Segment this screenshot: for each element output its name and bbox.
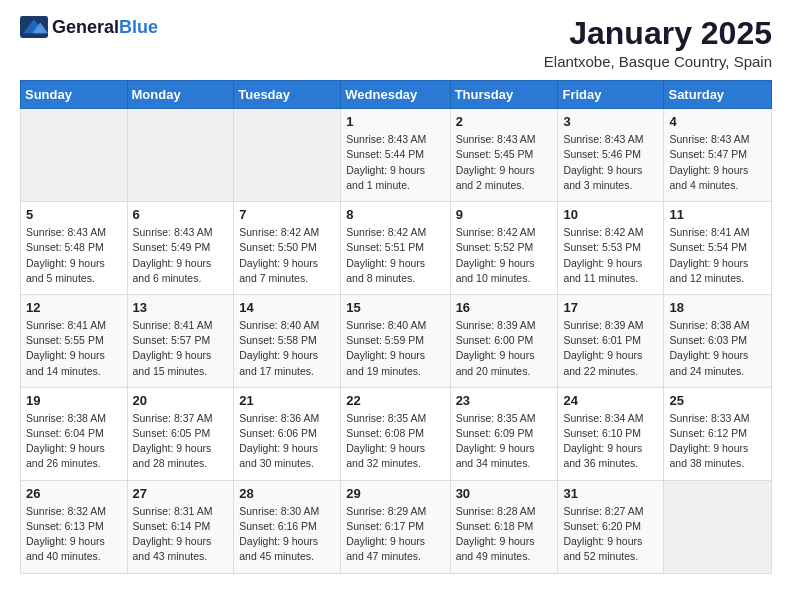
day-info: Sunrise: 8:28 AMSunset: 6:18 PMDaylight:… (456, 504, 553, 565)
calendar-cell: 26Sunrise: 8:32 AMSunset: 6:13 PMDayligh… (21, 480, 128, 573)
day-number: 25 (669, 393, 766, 408)
day-info: Sunrise: 8:42 AMSunset: 5:53 PMDaylight:… (563, 225, 658, 286)
day-info: Sunrise: 8:43 AMSunset: 5:45 PMDaylight:… (456, 132, 553, 193)
calendar-week-3: 12Sunrise: 8:41 AMSunset: 5:55 PMDayligh… (21, 294, 772, 387)
day-info: Sunrise: 8:43 AMSunset: 5:47 PMDaylight:… (669, 132, 766, 193)
calendar-cell: 10Sunrise: 8:42 AMSunset: 5:53 PMDayligh… (558, 202, 664, 295)
month-title: January 2025 (544, 16, 772, 51)
day-number: 3 (563, 114, 658, 129)
day-info: Sunrise: 8:41 AMSunset: 5:55 PMDaylight:… (26, 318, 122, 379)
calendar-cell: 1Sunrise: 8:43 AMSunset: 5:44 PMDaylight… (341, 109, 450, 202)
calendar-cell: 28Sunrise: 8:30 AMSunset: 6:16 PMDayligh… (234, 480, 341, 573)
calendar-cell (21, 109, 128, 202)
calendar-table: SundayMondayTuesdayWednesdayThursdayFrid… (20, 80, 772, 573)
day-info: Sunrise: 8:43 AMSunset: 5:49 PMDaylight:… (133, 225, 229, 286)
day-info: Sunrise: 8:43 AMSunset: 5:46 PMDaylight:… (563, 132, 658, 193)
day-info: Sunrise: 8:40 AMSunset: 5:59 PMDaylight:… (346, 318, 444, 379)
page: GeneralBlue January 2025 Elantxobe, Basq… (0, 0, 792, 594)
calendar-cell: 8Sunrise: 8:42 AMSunset: 5:51 PMDaylight… (341, 202, 450, 295)
day-info: Sunrise: 8:35 AMSunset: 6:09 PMDaylight:… (456, 411, 553, 472)
calendar-cell: 9Sunrise: 8:42 AMSunset: 5:52 PMDaylight… (450, 202, 558, 295)
day-info: Sunrise: 8:33 AMSunset: 6:12 PMDaylight:… (669, 411, 766, 472)
day-number: 8 (346, 207, 444, 222)
day-number: 1 (346, 114, 444, 129)
calendar-week-5: 26Sunrise: 8:32 AMSunset: 6:13 PMDayligh… (21, 480, 772, 573)
day-info: Sunrise: 8:35 AMSunset: 6:08 PMDaylight:… (346, 411, 444, 472)
calendar-cell (234, 109, 341, 202)
calendar-week-4: 19Sunrise: 8:38 AMSunset: 6:04 PMDayligh… (21, 387, 772, 480)
col-header-wednesday: Wednesday (341, 81, 450, 109)
calendar-week-1: 1Sunrise: 8:43 AMSunset: 5:44 PMDaylight… (21, 109, 772, 202)
calendar-cell: 14Sunrise: 8:40 AMSunset: 5:58 PMDayligh… (234, 294, 341, 387)
day-info: Sunrise: 8:38 AMSunset: 6:04 PMDaylight:… (26, 411, 122, 472)
day-number: 11 (669, 207, 766, 222)
day-number: 16 (456, 300, 553, 315)
day-info: Sunrise: 8:41 AMSunset: 5:57 PMDaylight:… (133, 318, 229, 379)
day-info: Sunrise: 8:27 AMSunset: 6:20 PMDaylight:… (563, 504, 658, 565)
day-info: Sunrise: 8:32 AMSunset: 6:13 PMDaylight:… (26, 504, 122, 565)
logo-blue: Blue (119, 17, 158, 37)
col-header-friday: Friday (558, 81, 664, 109)
day-number: 15 (346, 300, 444, 315)
calendar-cell: 22Sunrise: 8:35 AMSunset: 6:08 PMDayligh… (341, 387, 450, 480)
calendar-cell: 5Sunrise: 8:43 AMSunset: 5:48 PMDaylight… (21, 202, 128, 295)
day-number: 18 (669, 300, 766, 315)
calendar-cell: 18Sunrise: 8:38 AMSunset: 6:03 PMDayligh… (664, 294, 772, 387)
location-subtitle: Elantxobe, Basque Country, Spain (544, 53, 772, 70)
calendar-cell: 16Sunrise: 8:39 AMSunset: 6:00 PMDayligh… (450, 294, 558, 387)
day-info: Sunrise: 8:42 AMSunset: 5:51 PMDaylight:… (346, 225, 444, 286)
calendar-cell: 24Sunrise: 8:34 AMSunset: 6:10 PMDayligh… (558, 387, 664, 480)
col-header-tuesday: Tuesday (234, 81, 341, 109)
calendar-cell: 27Sunrise: 8:31 AMSunset: 6:14 PMDayligh… (127, 480, 234, 573)
day-number: 31 (563, 486, 658, 501)
day-number: 22 (346, 393, 444, 408)
day-info: Sunrise: 8:36 AMSunset: 6:06 PMDaylight:… (239, 411, 335, 472)
day-info: Sunrise: 8:29 AMSunset: 6:17 PMDaylight:… (346, 504, 444, 565)
day-number: 13 (133, 300, 229, 315)
day-info: Sunrise: 8:39 AMSunset: 6:00 PMDaylight:… (456, 318, 553, 379)
calendar-cell: 6Sunrise: 8:43 AMSunset: 5:49 PMDaylight… (127, 202, 234, 295)
day-info: Sunrise: 8:43 AMSunset: 5:44 PMDaylight:… (346, 132, 444, 193)
calendar-cell: 19Sunrise: 8:38 AMSunset: 6:04 PMDayligh… (21, 387, 128, 480)
header: GeneralBlue January 2025 Elantxobe, Basq… (20, 16, 772, 70)
day-number: 20 (133, 393, 229, 408)
day-info: Sunrise: 8:42 AMSunset: 5:52 PMDaylight:… (456, 225, 553, 286)
day-info: Sunrise: 8:43 AMSunset: 5:48 PMDaylight:… (26, 225, 122, 286)
logo-general: General (52, 17, 119, 37)
logo-text: GeneralBlue (52, 17, 158, 38)
calendar-cell: 30Sunrise: 8:28 AMSunset: 6:18 PMDayligh… (450, 480, 558, 573)
day-number: 30 (456, 486, 553, 501)
day-info: Sunrise: 8:34 AMSunset: 6:10 PMDaylight:… (563, 411, 658, 472)
day-number: 28 (239, 486, 335, 501)
calendar-cell: 13Sunrise: 8:41 AMSunset: 5:57 PMDayligh… (127, 294, 234, 387)
calendar-cell: 31Sunrise: 8:27 AMSunset: 6:20 PMDayligh… (558, 480, 664, 573)
day-number: 7 (239, 207, 335, 222)
col-header-monday: Monday (127, 81, 234, 109)
calendar-cell: 25Sunrise: 8:33 AMSunset: 6:12 PMDayligh… (664, 387, 772, 480)
calendar-header-row: SundayMondayTuesdayWednesdayThursdayFrid… (21, 81, 772, 109)
day-number: 10 (563, 207, 658, 222)
calendar-cell (664, 480, 772, 573)
calendar-cell: 7Sunrise: 8:42 AMSunset: 5:50 PMDaylight… (234, 202, 341, 295)
day-number: 5 (26, 207, 122, 222)
day-number: 12 (26, 300, 122, 315)
day-info: Sunrise: 8:39 AMSunset: 6:01 PMDaylight:… (563, 318, 658, 379)
calendar-cell: 15Sunrise: 8:40 AMSunset: 5:59 PMDayligh… (341, 294, 450, 387)
day-info: Sunrise: 8:31 AMSunset: 6:14 PMDaylight:… (133, 504, 229, 565)
day-number: 19 (26, 393, 122, 408)
day-number: 27 (133, 486, 229, 501)
day-number: 6 (133, 207, 229, 222)
day-number: 26 (26, 486, 122, 501)
day-number: 23 (456, 393, 553, 408)
col-header-saturday: Saturday (664, 81, 772, 109)
calendar-cell: 11Sunrise: 8:41 AMSunset: 5:54 PMDayligh… (664, 202, 772, 295)
calendar-week-2: 5Sunrise: 8:43 AMSunset: 5:48 PMDaylight… (21, 202, 772, 295)
day-number: 14 (239, 300, 335, 315)
calendar-cell: 17Sunrise: 8:39 AMSunset: 6:01 PMDayligh… (558, 294, 664, 387)
day-info: Sunrise: 8:42 AMSunset: 5:50 PMDaylight:… (239, 225, 335, 286)
calendar-cell: 21Sunrise: 8:36 AMSunset: 6:06 PMDayligh… (234, 387, 341, 480)
calendar-cell: 12Sunrise: 8:41 AMSunset: 5:55 PMDayligh… (21, 294, 128, 387)
day-info: Sunrise: 8:30 AMSunset: 6:16 PMDaylight:… (239, 504, 335, 565)
title-block: January 2025 Elantxobe, Basque Country, … (544, 16, 772, 70)
calendar-cell: 23Sunrise: 8:35 AMSunset: 6:09 PMDayligh… (450, 387, 558, 480)
